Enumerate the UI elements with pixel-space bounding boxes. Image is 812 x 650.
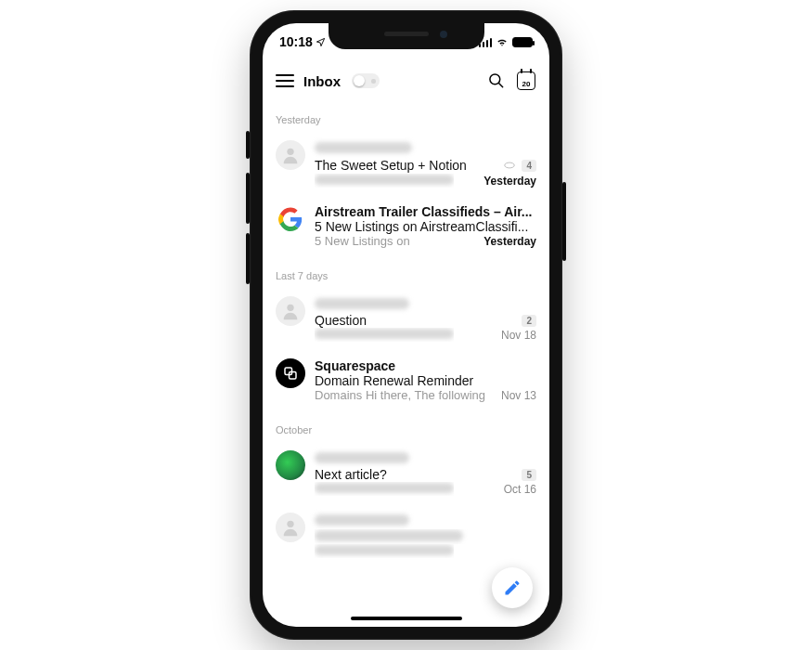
- app-bar: Inbox 20: [263, 60, 549, 101]
- email-date: Nov 13: [501, 389, 536, 402]
- location-icon: [316, 37, 326, 47]
- thread-count-badge: 2: [522, 315, 536, 327]
- attachment-icon: [503, 157, 516, 174]
- svg-point-3: [505, 162, 515, 168]
- thread-count-badge: 5: [522, 469, 536, 481]
- mute-switch: [246, 131, 250, 159]
- email-row[interactable]: [263, 505, 549, 567]
- email-date: Yesterday: [483, 175, 536, 188]
- screen: 10:18 Inbox 20 Yeste: [263, 23, 549, 627]
- calendar-button[interactable]: 20: [516, 71, 536, 91]
- power-button: [562, 182, 566, 261]
- section-header: Yesterday: [263, 101, 549, 133]
- avatar: [276, 358, 305, 388]
- email-row[interactable]: The Sweet Setup + Notion4Yesterday: [263, 133, 549, 197]
- email-date: Oct 16: [504, 483, 536, 496]
- email-subject: Question: [315, 313, 516, 328]
- email-row[interactable]: Next article?5Oct 16: [263, 443, 549, 505]
- section-header: Last 7 days: [263, 257, 549, 289]
- inbox-title: Inbox: [303, 73, 341, 89]
- volume-up-button: [246, 173, 250, 224]
- avatar: [276, 296, 305, 326]
- volume-down-button: [246, 233, 250, 284]
- email-sender: [315, 513, 536, 529]
- email-sender: Airstream Trailer Classifieds – Air...: [315, 204, 536, 219]
- svg-point-7: [287, 521, 293, 527]
- avatar: [276, 450, 305, 480]
- email-subject: The Sweet Setup + Notion: [315, 158, 497, 173]
- calendar-icon: 20: [517, 72, 535, 90]
- email-subject: [315, 529, 536, 544]
- avatar: [276, 513, 305, 542]
- wifi-icon: [496, 35, 509, 48]
- email-sender: [315, 296, 536, 313]
- phone-frame: 10:18 Inbox 20 Yeste: [250, 10, 562, 640]
- avatar: [276, 204, 305, 234]
- thread-count-badge: 4: [522, 160, 536, 172]
- avatar: [276, 140, 305, 170]
- focus-toggle[interactable]: [352, 73, 380, 88]
- svg-line-1: [499, 84, 503, 87]
- svg-point-2: [287, 149, 293, 155]
- email-date: Yesterday: [483, 235, 536, 248]
- email-date: Nov 18: [501, 329, 536, 342]
- email-preview: Domains Hi there, The following: [315, 388, 485, 402]
- search-button[interactable]: [486, 71, 507, 91]
- email-list[interactable]: YesterdayThe Sweet Setup + Notion4Yester…: [263, 101, 549, 627]
- compose-icon: [503, 578, 522, 597]
- svg-point-4: [287, 305, 293, 311]
- email-row[interactable]: Airstream Trailer Classifieds – Air...5 …: [263, 197, 549, 257]
- email-preview: [315, 174, 454, 188]
- email-preview: [315, 328, 454, 342]
- email-subject: Next article?: [315, 467, 516, 482]
- battery-icon: [512, 37, 533, 47]
- email-sender: [315, 450, 536, 467]
- email-sender: [315, 140, 536, 157]
- section-header: October: [263, 411, 549, 443]
- compose-button[interactable]: [492, 567, 533, 608]
- status-time: 10:18: [279, 34, 313, 49]
- menu-button[interactable]: [276, 74, 294, 87]
- home-indicator[interactable]: [351, 617, 462, 620]
- email-preview: [315, 544, 454, 558]
- email-sender: Squarespace: [315, 358, 536, 373]
- notch: [329, 23, 484, 49]
- email-subject: 5 New Listings on AirstreamClassifi...: [315, 219, 536, 234]
- email-preview: [315, 482, 454, 496]
- email-row[interactable]: SquarespaceDomain Renewal ReminderDomain…: [263, 351, 549, 411]
- search-icon: [487, 72, 506, 90]
- email-preview: 5 New Listings on: [315, 234, 410, 248]
- email-subject: Domain Renewal Reminder: [315, 373, 536, 388]
- email-row[interactable]: Question2Nov 18: [263, 289, 549, 351]
